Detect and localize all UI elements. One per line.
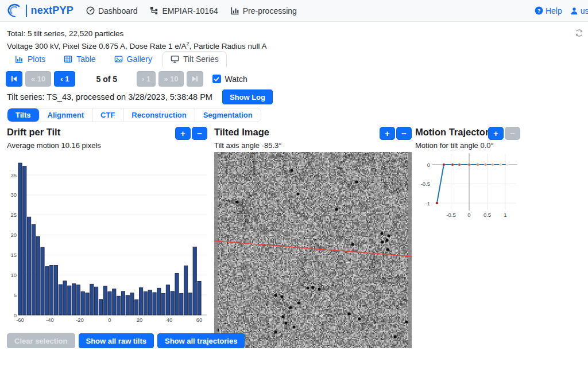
tab-plots[interactable]: Plots: [7, 51, 53, 68]
motion-panel-subtitle: Motion for tilt angle 0.0°: [415, 141, 494, 150]
summary-total: Total: 5 tilt series, 22,520 particles: [7, 29, 123, 38]
show-log-button[interactable]: Show Log: [222, 89, 273, 104]
svg-text:40: 40: [167, 317, 173, 323]
drift-panel-title: Drift per Tilt: [7, 127, 60, 138]
tab-ctf[interactable]: CTF: [92, 108, 123, 122]
motion-zoom-out-button[interactable]: −: [505, 127, 520, 140]
main-nav: Dashboard EMPIAR-10164 Pre-processing: [86, 6, 297, 15]
nav-preprocessing-label: Pre-processing: [243, 6, 297, 15]
nav-project[interactable]: EMPIAR-10164: [150, 6, 218, 15]
forward-10-button[interactable]: » 10: [158, 71, 183, 87]
series-info-text: Tilt series: TS_43, processed on 3/28/20…: [7, 92, 212, 102]
go-first-button[interactable]: [6, 71, 22, 87]
drift-zoom-out-button[interactable]: −: [192, 127, 207, 140]
drift-bar-chart[interactable]: 05101520253035-60-40-200204060: [7, 154, 207, 326]
tab-tilts[interactable]: Tilts: [7, 108, 40, 122]
brand-divider: [26, 5, 27, 17]
svg-text:?: ?: [537, 8, 541, 14]
svg-text:15: 15: [10, 252, 17, 258]
nav-project-label: EMPIAR-10164: [162, 6, 218, 15]
drift-zoom-controls: + −: [175, 127, 207, 140]
bottom-actions: Clear selection Show all raw tilts Show …: [7, 333, 245, 348]
skip-first-icon: [11, 76, 17, 82]
svg-text:10: 10: [10, 272, 17, 278]
svg-text:25: 25: [10, 212, 17, 218]
tab-reconstruction[interactable]: Reconstruction: [123, 108, 195, 122]
help-link[interactable]: ? Help: [535, 6, 562, 15]
detail-tabs: Tilts Alignment CTF Reconstruction Segme…: [7, 108, 261, 122]
tab-table[interactable]: Table: [56, 51, 103, 68]
project-icon: [150, 6, 158, 15]
tilt-series-pager: « 10 ‹ 1 5 of 5 › 1 » 10 Watch: [6, 71, 247, 87]
summary-params: Voltage 300 kV, Pixel Size 0.675 A, Dose…: [7, 41, 267, 50]
series-info: Tilt series: TS_43, processed on 3/28/20…: [7, 89, 273, 104]
user-label: user: [581, 6, 588, 15]
tab-gallery[interactable]: Gallery: [106, 51, 160, 68]
tab-tilt-series-label: Tilt Series: [183, 54, 219, 64]
tab-alignment[interactable]: Alignment: [40, 108, 93, 122]
tab-tilt-series[interactable]: Tilt Series: [163, 51, 227, 68]
svg-text:0: 0: [467, 212, 470, 218]
gauge-icon: [86, 6, 95, 15]
svg-text:5: 5: [14, 292, 17, 298]
help-label: Help: [546, 6, 562, 15]
chart-icon: [231, 6, 239, 15]
back-10-button[interactable]: « 10: [25, 71, 51, 87]
clear-selection-button[interactable]: Clear selection: [7, 333, 75, 348]
skip-last-icon: [192, 76, 198, 82]
drift-panel-subtitle: Average motion 10.16 pixels: [7, 141, 101, 150]
user-menu[interactable]: user: [570, 6, 588, 15]
monitor-icon: [171, 55, 179, 63]
user-icon: [570, 7, 578, 15]
forward-1-button[interactable]: › 1: [137, 71, 156, 87]
table-icon: [64, 55, 72, 63]
brand[interactable]: nextPYP: [7, 3, 74, 18]
refresh-icon[interactable]: [575, 29, 583, 37]
go-last-button[interactable]: [187, 71, 203, 87]
nav-dashboard-label: Dashboard: [98, 6, 138, 15]
show-trajectories-button[interactable]: Show all trajectories: [157, 333, 245, 348]
tilted-zoom-out-button[interactable]: −: [396, 127, 412, 140]
nav-preprocessing[interactable]: Pre-processing: [231, 6, 297, 15]
nextpyp-logo-icon: [7, 3, 22, 18]
svg-text:-20: -20: [76, 317, 84, 323]
brand-name: nextPYP: [31, 5, 74, 17]
motion-zoom-in-button[interactable]: +: [488, 127, 504, 140]
svg-text:0: 0: [108, 317, 111, 323]
tab-segmentation[interactable]: Segmentation: [195, 108, 261, 122]
svg-text:30: 30: [10, 192, 17, 198]
show-raw-tilts-button[interactable]: Show all raw tilts: [79, 333, 154, 348]
svg-text:0: 0: [427, 162, 430, 168]
tab-table-label: Table: [76, 54, 95, 64]
tilted-zoom-in-button[interactable]: +: [380, 127, 395, 140]
motion-zoom-controls: + −: [488, 127, 520, 140]
svg-text:-40: -40: [46, 317, 54, 323]
view-tabs: Plots Table Gallery Tilt Series: [7, 51, 227, 68]
tab-gallery-label: Gallery: [127, 54, 152, 64]
watch-label: Watch: [225, 75, 247, 84]
help-icon: ?: [535, 6, 543, 15]
pager-position: 5 of 5: [96, 75, 117, 84]
tilted-panel-subtitle: Tilt axis angle -85.3°: [214, 141, 281, 150]
back-1-button[interactable]: ‹ 1: [54, 71, 75, 87]
svg-text:-0.5: -0.5: [446, 212, 455, 218]
svg-text:0.5: 0.5: [483, 212, 491, 218]
tilted-panel-title: Tilted Image: [214, 127, 269, 138]
tilted-zoom-controls: + −: [380, 127, 412, 140]
svg-text:20: 20: [137, 317, 143, 323]
navbar-right: ? Help user: [535, 0, 588, 21]
gallery-icon: [114, 55, 123, 63]
summary-params-suffix: , Particle Radius null A: [189, 42, 266, 50]
tab-plots-label: Plots: [28, 54, 45, 64]
svg-text:-0.5: -0.5: [421, 181, 430, 187]
plots-icon: [15, 55, 24, 63]
navbar: nextPYP Dashboard EMPIAR-10164: [0, 0, 588, 22]
svg-text:60: 60: [196, 317, 203, 323]
motion-trajectory-chart: -0.500.510-0.5-1: [415, 150, 530, 228]
watch-control: Watch: [212, 75, 247, 84]
nav-dashboard[interactable]: Dashboard: [86, 6, 138, 15]
watch-checkbox[interactable]: [212, 75, 221, 83]
drift-zoom-in-button[interactable]: +: [175, 127, 191, 140]
svg-text:-60: -60: [16, 317, 24, 323]
svg-text:20: 20: [10, 232, 17, 238]
